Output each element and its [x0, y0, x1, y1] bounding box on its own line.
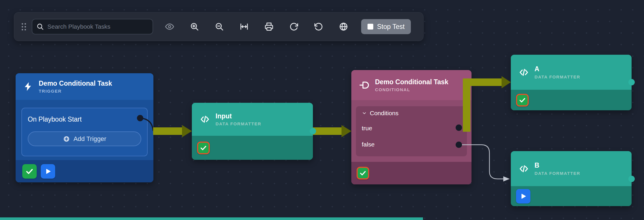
run-badge[interactable]	[41, 164, 55, 179]
conditional-node-type: CONDITIONAL	[375, 87, 448, 92]
a-node-footer	[511, 90, 632, 110]
b-node-type: DATA FORMATTER	[534, 171, 580, 176]
fit-view-icon	[240, 22, 249, 31]
search-box[interactable]	[32, 19, 153, 34]
conditions-panel: Conditions true false	[356, 106, 467, 156]
branch-false-label: false	[362, 141, 374, 148]
trigger-node-type: TRIGGER	[39, 89, 112, 94]
input-node-type: DATA FORMATTER	[216, 121, 261, 126]
node-input-formatter[interactable]: Input DATA FORMATTER	[192, 103, 313, 160]
eye-icon	[165, 22, 174, 31]
zoom-in-button[interactable]	[189, 21, 200, 32]
node-trigger[interactable]: Demo Conditional Task TRIGGER On Playboo…	[16, 73, 153, 182]
a-node-title: A	[534, 65, 580, 73]
conditional-node-header: Demo Conditional Task CONDITIONAL	[351, 70, 472, 100]
status-success-highlighted-badge[interactable]	[516, 94, 529, 107]
toolbar-tools	[164, 21, 349, 32]
node-formatter-a[interactable]: A DATA FORMATTER	[511, 55, 632, 110]
play-icon	[44, 168, 51, 175]
a-node-type: DATA FORMATTER	[534, 74, 580, 79]
check-icon	[359, 170, 366, 177]
run-badge[interactable]	[516, 189, 530, 204]
undo-button[interactable]	[313, 21, 324, 32]
trigger-node-header: Demo Conditional Task TRIGGER	[16, 73, 153, 100]
zoom-out-button[interactable]	[214, 21, 225, 32]
check-icon	[519, 97, 526, 104]
node-conditional[interactable]: Demo Conditional Task CONDITIONAL Condit…	[351, 70, 472, 184]
code-icon	[199, 114, 210, 125]
trigger-node-title: Demo Conditional Task	[39, 80, 112, 88]
plus-circle-icon	[63, 135, 70, 143]
b-node-header: B DATA FORMATTER	[511, 151, 632, 186]
conditions-toggle[interactable]: Conditions	[356, 106, 467, 120]
trigger-node-footer	[16, 160, 153, 182]
redo-clockwise-icon	[289, 22, 298, 31]
search-input[interactable]	[47, 23, 149, 30]
b-node-footer	[511, 186, 632, 206]
input-node-title: Input	[216, 112, 261, 120]
branch-false-row[interactable]: false	[356, 136, 467, 153]
print-icon	[264, 22, 274, 31]
branch-true-row[interactable]: true	[356, 120, 467, 136]
status-success-highlighted-badge[interactable]	[357, 167, 369, 179]
stop-icon	[368, 24, 373, 30]
code-icon	[518, 163, 529, 174]
conditions-label: Conditions	[370, 110, 398, 117]
fit-view-button[interactable]	[239, 21, 250, 32]
trigger-events-panel: On Playbook Start Add Trigger	[21, 108, 148, 156]
globe-icon	[339, 22, 348, 31]
status-success-highlighted-badge[interactable]	[197, 142, 210, 154]
playbook-canvas[interactable]: Stop Test Demo Conditional Task TRIGGER …	[0, 0, 644, 220]
connection-trigger-to-input	[153, 125, 192, 137]
trigger-event-label: On Playbook Start	[28, 116, 82, 123]
globe-button[interactable]	[338, 21, 349, 32]
canvas-toolbar: Stop Test	[14, 12, 424, 41]
a-node-header: A DATA FORMATTER	[511, 55, 632, 90]
trigger-event-row[interactable]: On Playbook Start	[28, 113, 141, 125]
node-formatter-b[interactable]: B DATA FORMATTER	[511, 151, 632, 206]
connection-input-to-conditional	[313, 125, 351, 137]
partial-node-bottom[interactable]	[0, 217, 423, 220]
check-icon	[200, 144, 207, 151]
input-node-header: Input DATA FORMATTER	[192, 103, 313, 136]
conditional-node-footer	[351, 162, 472, 184]
add-trigger-label: Add Trigger	[73, 135, 106, 143]
play-icon	[520, 193, 527, 200]
add-trigger-button[interactable]: Add Trigger	[28, 131, 141, 146]
stop-test-label: Stop Test	[377, 23, 404, 31]
gate-icon	[359, 80, 370, 91]
check-icon	[25, 167, 34, 175]
chevron-down-icon	[362, 111, 367, 116]
input-node-footer	[192, 136, 313, 160]
print-button[interactable]	[263, 21, 274, 32]
zoom-out-icon	[215, 22, 224, 31]
toggle-visibility-button[interactable]	[164, 21, 175, 32]
b-node-title: B	[534, 162, 580, 170]
redo-button[interactable]	[288, 21, 299, 32]
stop-test-button[interactable]: Stop Test	[361, 19, 411, 34]
lightning-icon	[23, 81, 34, 92]
status-success-badge[interactable]	[22, 164, 37, 179]
branch-true-label: true	[362, 125, 372, 132]
code-icon	[518, 67, 529, 78]
zoom-in-icon	[190, 22, 199, 31]
search-icon	[36, 23, 44, 30]
conditional-node-title: Demo Conditional Task	[375, 78, 448, 86]
undo-counterclockwise-icon	[314, 22, 323, 31]
drag-handle-icon[interactable]	[22, 23, 26, 30]
